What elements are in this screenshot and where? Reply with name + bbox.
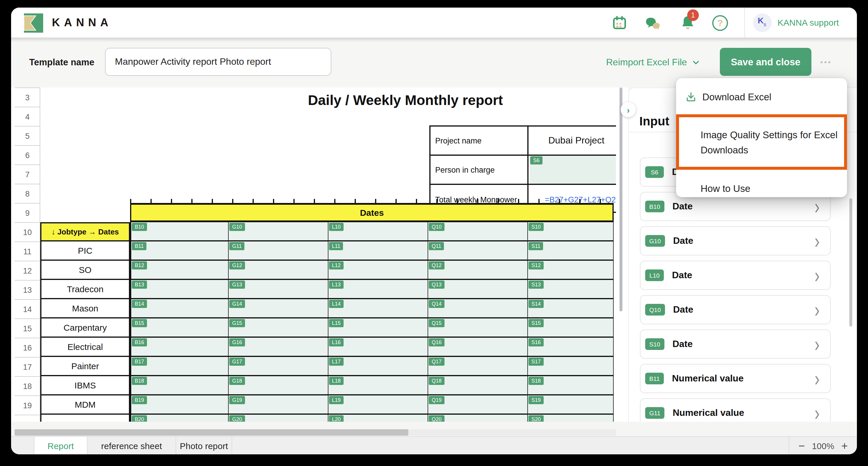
cell-tag-L17: L17 — [329, 358, 344, 366]
menu-item-download-excel[interactable]: Download Excel — [676, 86, 847, 108]
grid-cell-G13[interactable]: G13 — [229, 280, 329, 299]
grid-cell-L12[interactable]: L12 — [329, 261, 428, 280]
user-name-link[interactable]: KANNA support — [778, 18, 839, 27]
grid-cell-S10[interactable]: S10 — [528, 222, 614, 242]
save-and-close-button[interactable]: Save and close — [720, 48, 811, 76]
tab-reference-sheet[interactable]: reference sheet — [88, 437, 176, 454]
grid-cell-B15[interactable]: B15 — [130, 318, 229, 338]
menu-item-how-to-use[interactable]: How to Use — [676, 177, 847, 199]
grid-cell-L20[interactable]: L20 — [329, 415, 428, 422]
grid-cell-Q16[interactable]: Q16 — [428, 338, 528, 357]
cell-tag-S19: S19 — [528, 396, 544, 404]
grid-cell-B11[interactable]: B11 — [130, 242, 229, 261]
grid-cell-S11[interactable]: S11 — [528, 242, 614, 261]
grid-cell-Q20[interactable]: Q20 — [428, 415, 528, 422]
row-number-13: 13 — [14, 281, 40, 300]
grid-cell-S18[interactable]: S18 — [528, 376, 614, 396]
grid-cell-S19[interactable]: S19 — [528, 396, 614, 415]
grid-cell-S15[interactable]: S15 — [528, 318, 614, 338]
tab-report[interactable]: Report — [34, 437, 88, 454]
grid-cell-B16[interactable]: B16 — [130, 338, 229, 357]
grid-cell-B10[interactable]: B10 — [130, 222, 229, 242]
menu-item-image-quality-settings[interactable]: Image Quality Settings for Excel Downloa… — [676, 114, 847, 170]
more-options-button[interactable]: ••• — [816, 53, 836, 70]
reimport-excel-button[interactable]: Reimport Excel File — [606, 57, 700, 68]
row-number-17: 17 — [14, 358, 40, 377]
grid-cell-B13[interactable]: B13 — [130, 280, 229, 299]
cell-tag-B19: B19 — [132, 396, 147, 404]
info-value[interactable]: S6 — [530, 156, 616, 184]
grid-cell-L16[interactable]: L16 — [329, 338, 428, 357]
grid-cell-G15[interactable]: G15 — [229, 318, 329, 338]
grid-cell-Q14[interactable]: Q14 — [428, 299, 528, 318]
grid-cell-L14[interactable]: L14 — [329, 299, 428, 318]
grid-cell-Q12[interactable]: Q12 — [428, 261, 528, 280]
cell-tag-L19: L19 — [329, 396, 344, 404]
sheet-horizontal-scrollbar-thumb[interactable] — [14, 429, 408, 436]
grid-cell-S13[interactable]: S13 — [528, 280, 614, 299]
row-number-15: 15 — [14, 319, 40, 338]
input-item-tag-Q10: Q10 — [645, 304, 665, 315]
cell-tag-Q14: Q14 — [429, 300, 444, 308]
input-item-G10[interactable]: G10Date› — [640, 226, 831, 255]
grid-cell-G20[interactable]: G20 — [229, 415, 329, 422]
panel-collapse-button[interactable]: › — [621, 102, 636, 117]
template-name-label: Template name — [29, 57, 94, 68]
chat-icon[interactable] — [643, 14, 660, 31]
grid-cell-S16[interactable]: S16 — [528, 338, 614, 357]
grid-cell-L11[interactable]: L11 — [329, 242, 428, 261]
grid-cell-Q13[interactable]: Q13 — [428, 280, 528, 299]
grid-cell-G19[interactable]: G19 — [229, 396, 329, 415]
calendar-icon[interactable] — [611, 14, 628, 31]
jobtype-cell-row-19: MDM — [40, 396, 130, 415]
help-icon[interactable]: ? — [712, 15, 728, 31]
input-item-L10[interactable]: L10Date› — [640, 261, 831, 290]
cell-tag-G17: G17 — [229, 358, 245, 366]
grid-cell-L18[interactable]: L18 — [329, 376, 428, 396]
grid-cell-G10[interactable]: G10 — [229, 222, 329, 242]
tab-photo-report[interactable]: Photo report — [176, 437, 232, 454]
input-item-S10[interactable]: S10Date› — [640, 330, 831, 359]
grid-cell-Q10[interactable]: Q10 — [428, 222, 528, 242]
input-item-Q10[interactable]: Q10Date› — [640, 295, 831, 324]
grid-cell-Q11[interactable]: Q11 — [428, 242, 528, 261]
grid-cell-B17[interactable]: B17 — [130, 357, 229, 376]
grid-cell-Q15[interactable]: Q15 — [428, 318, 528, 338]
grid-cell-Q19[interactable]: Q19 — [428, 396, 528, 415]
grid-cell-Q18[interactable]: Q18 — [428, 376, 528, 396]
grid-cell-L17[interactable]: L17 — [329, 357, 428, 376]
cell-tag-G11: G11 — [229, 242, 245, 250]
grid-cell-G16[interactable]: G16 — [229, 338, 329, 357]
grid-cell-G14[interactable]: G14 — [229, 299, 329, 318]
zoom-in-button[interactable]: + — [841, 440, 847, 452]
grid-cell-G11[interactable]: G11 — [229, 242, 329, 261]
notification-badge: 1 — [687, 9, 699, 21]
grid-cell-S14[interactable]: S14 — [528, 299, 614, 318]
grid-cell-L15[interactable]: L15 — [329, 318, 428, 338]
avatar[interactable]: K s — [753, 13, 772, 32]
zoom-out-button[interactable]: − — [798, 440, 805, 452]
grid-cell-B19[interactable]: B19 — [130, 396, 229, 415]
grid-cell-G17[interactable]: G17 — [229, 357, 329, 376]
grid-cell-G12[interactable]: G12 — [229, 261, 329, 280]
menu-item-label: Image Quality Settings for Excel Downloa… — [701, 127, 844, 157]
input-item-B11[interactable]: B11Numerical value› — [640, 364, 831, 393]
kanna-logo-icon[interactable] — [24, 13, 43, 33]
grid-cell-B18[interactable]: B18 — [130, 376, 229, 396]
grid-cell-B12[interactable]: B12 — [130, 261, 229, 280]
grid-cell-L13[interactable]: L13 — [329, 280, 428, 299]
grid-cell-S12[interactable]: S12 — [528, 261, 614, 280]
jobtype-cell-row-16: Electrical — [40, 338, 130, 357]
grid-cell-B14[interactable]: B14 — [130, 299, 229, 318]
cell-tag-S17: S17 — [528, 358, 544, 366]
grid-cell-L19[interactable]: L19 — [329, 396, 428, 415]
grid-cell-L10[interactable]: L10 — [329, 222, 428, 242]
sheet-vertical-scrollbar[interactable] — [620, 88, 622, 311]
template-name-input[interactable] — [105, 48, 331, 76]
grid-cell-B20[interactable]: B20 — [130, 415, 229, 422]
grid-cell-S17[interactable]: S17 — [528, 357, 614, 376]
grid-cell-Q17[interactable]: Q17 — [428, 357, 528, 376]
grid-cell-S20[interactable]: S20 — [528, 415, 614, 422]
panel-scrollbar[interactable] — [849, 198, 852, 327]
grid-cell-G18[interactable]: G18 — [229, 376, 329, 396]
